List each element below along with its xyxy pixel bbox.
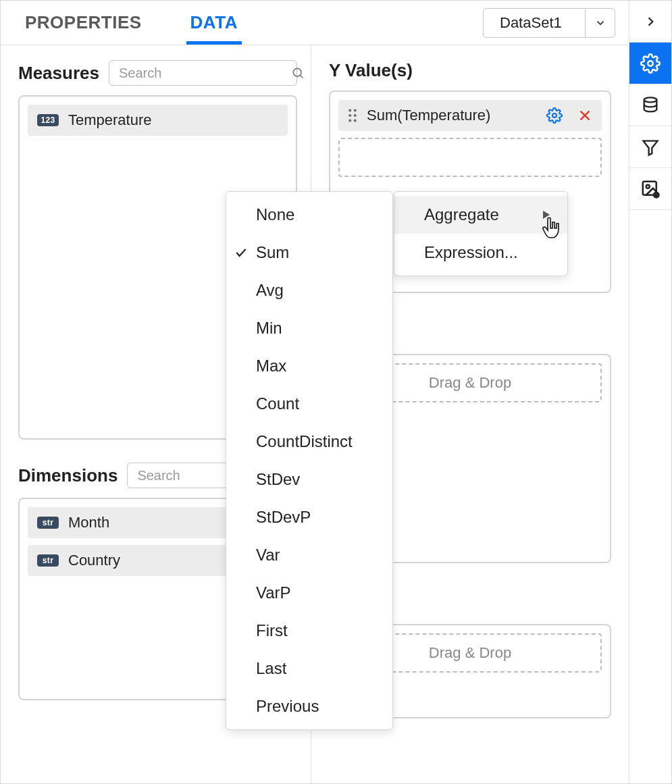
menu-item-label: Last bbox=[256, 659, 286, 678]
aggregate-submenu[interactable]: None Sum Avg Min Max Count CountDistinct… bbox=[226, 191, 393, 730]
menu-item-label: None bbox=[256, 205, 294, 224]
agg-option-count[interactable]: Count bbox=[226, 385, 392, 423]
measures-search[interactable] bbox=[109, 60, 297, 86]
yvalues-dropzone[interactable]: Drag & Drop bbox=[338, 138, 602, 177]
agg-option-previous[interactable]: Previous bbox=[226, 687, 392, 725]
dataset-selected-label: DataSet1 bbox=[484, 14, 585, 32]
svg-point-0 bbox=[293, 68, 301, 76]
svg-point-5 bbox=[354, 109, 357, 112]
svg-point-15 bbox=[644, 97, 657, 102]
grip-icon[interactable] bbox=[348, 109, 357, 122]
svg-point-9 bbox=[354, 120, 357, 122]
yvalue-label: Sum(Temperature) bbox=[367, 107, 537, 124]
dimensions-title: Dimensions bbox=[18, 465, 118, 486]
agg-option-var[interactable]: Var bbox=[226, 536, 392, 574]
search-icon bbox=[291, 66, 305, 80]
measures-search-input[interactable] bbox=[118, 65, 291, 82]
filter-icon bbox=[641, 138, 660, 157]
tab-properties[interactable]: PROPERTIES bbox=[21, 3, 146, 45]
dropzone-label: Drag & Drop bbox=[429, 374, 511, 392]
gear-icon[interactable] bbox=[546, 107, 563, 124]
svg-point-6 bbox=[348, 114, 351, 117]
number-type-badge: 123 bbox=[37, 114, 59, 126]
agg-option-sum[interactable]: Sum bbox=[226, 234, 392, 271]
gear-icon bbox=[640, 53, 661, 74]
svg-point-7 bbox=[354, 114, 357, 117]
menu-item-label: Var bbox=[256, 546, 280, 565]
properties-panel-button[interactable] bbox=[629, 43, 671, 84]
dropzone-label: Drag & Drop bbox=[429, 644, 511, 662]
data-panel-button[interactable] bbox=[629, 84, 671, 126]
menu-item-label: CountDistinct bbox=[256, 432, 353, 451]
yvalue-settings-menu[interactable]: Aggregate Expression... bbox=[394, 191, 568, 276]
measure-label: Temperature bbox=[68, 111, 278, 129]
svg-marker-16 bbox=[644, 140, 658, 155]
database-icon bbox=[641, 96, 660, 115]
menu-item-label: Aggregate bbox=[424, 205, 499, 224]
svg-point-14 bbox=[648, 61, 653, 66]
dataset-select[interactable]: DataSet1 bbox=[483, 8, 615, 38]
agg-option-avg[interactable]: Avg bbox=[226, 271, 392, 309]
menu-item-label: Expression... bbox=[424, 243, 518, 262]
string-type-badge: str bbox=[37, 517, 59, 529]
menu-item-label: StDev bbox=[256, 470, 300, 489]
agg-option-countdistinct[interactable]: CountDistinct bbox=[226, 423, 392, 461]
agg-option-max[interactable]: Max bbox=[226, 347, 392, 385]
yvalue-item[interactable]: Sum(Temperature) bbox=[338, 100, 602, 131]
agg-option-min[interactable]: Min bbox=[226, 309, 392, 347]
menu-item-label: Count bbox=[256, 394, 299, 413]
svg-point-8 bbox=[348, 120, 351, 122]
string-type-badge: str bbox=[37, 554, 59, 567]
svg-line-1 bbox=[301, 76, 303, 78]
svg-marker-13 bbox=[543, 211, 550, 219]
svg-point-10 bbox=[552, 113, 557, 117]
menu-item-label: Sum bbox=[256, 243, 289, 262]
agg-option-last[interactable]: Last bbox=[226, 650, 392, 687]
menu-item-label: Previous bbox=[256, 697, 319, 716]
check-icon bbox=[234, 246, 248, 259]
menu-item-label: VarP bbox=[256, 583, 291, 602]
menu-item-label: Max bbox=[256, 357, 286, 375]
submenu-arrow-icon bbox=[528, 211, 550, 219]
svg-point-18 bbox=[646, 184, 650, 188]
image-gear-icon bbox=[640, 179, 661, 199]
menu-item-expression[interactable]: Expression... bbox=[394, 234, 567, 271]
yvalues-title: Y Value(s) bbox=[329, 60, 413, 81]
panel-collapse-button[interactable] bbox=[629, 1, 671, 43]
menu-item-label: First bbox=[256, 621, 288, 640]
menu-item-label: Avg bbox=[256, 281, 284, 300]
agg-option-stdev[interactable]: StDev bbox=[226, 461, 392, 498]
agg-option-varp[interactable]: VarP bbox=[226, 574, 392, 612]
agg-option-none[interactable]: None bbox=[226, 196, 392, 234]
filter-panel-button[interactable] bbox=[629, 126, 671, 168]
chevron-right-icon bbox=[644, 15, 657, 28]
menu-item-label: StDevP bbox=[256, 508, 311, 527]
menu-item-label: Min bbox=[256, 319, 282, 338]
menu-item-aggregate[interactable]: Aggregate bbox=[394, 196, 567, 234]
svg-point-4 bbox=[348, 109, 351, 112]
agg-option-stdevp[interactable]: StDevP bbox=[226, 498, 392, 536]
measure-item[interactable]: 123 Temperature bbox=[28, 105, 288, 136]
measures-title: Measures bbox=[18, 63, 99, 84]
agg-option-first[interactable]: First bbox=[226, 612, 392, 650]
image-settings-button[interactable] bbox=[629, 168, 671, 210]
close-icon[interactable] bbox=[577, 108, 592, 123]
tab-data[interactable]: DATA bbox=[186, 3, 242, 45]
chevron-down-icon bbox=[585, 9, 615, 37]
